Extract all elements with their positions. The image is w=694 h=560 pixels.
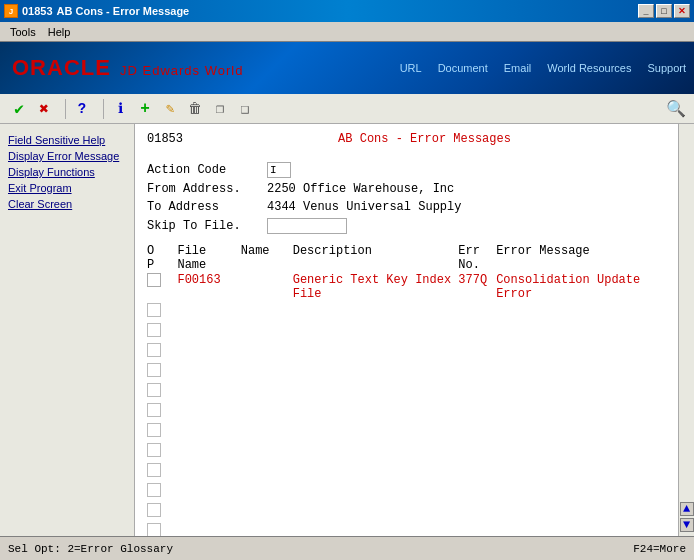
info-button[interactable]: ℹ xyxy=(109,98,131,120)
empty-selector xyxy=(147,463,161,477)
row-selector[interactable] xyxy=(147,273,161,287)
sidebar-item-display-error[interactable]: Display Error Message xyxy=(4,148,130,164)
table-row xyxy=(147,502,666,522)
empty-selector xyxy=(147,443,161,457)
empty-selector xyxy=(147,343,161,357)
table-row xyxy=(147,362,666,382)
nav-url[interactable]: URL xyxy=(400,62,422,74)
program-number: 01853 xyxy=(147,132,183,146)
search-icon[interactable]: 🔍 xyxy=(666,99,686,119)
header-nav: URL Document Email World Resources Suppo… xyxy=(400,62,686,74)
action-code-label: Action Code xyxy=(147,163,267,177)
row-err-no: 377Q xyxy=(458,272,496,302)
empty-selector xyxy=(147,383,161,397)
table-row xyxy=(147,342,666,362)
row-description: Generic Text Key Index File xyxy=(293,272,459,302)
statusbar-right: F24=More xyxy=(633,543,686,555)
scroll-up-button[interactable]: ▲ xyxy=(680,502,694,516)
close-button[interactable]: ✕ xyxy=(674,4,690,18)
paste-button[interactable]: ❑ xyxy=(234,98,256,120)
col-header-name: Name xyxy=(241,244,293,258)
table-row xyxy=(147,462,666,482)
nav-world-resources[interactable]: World Resources xyxy=(547,62,631,74)
empty-selector xyxy=(147,323,161,337)
table-row xyxy=(147,382,666,402)
menu-tools[interactable]: Tools xyxy=(4,24,42,40)
row-p-cell xyxy=(165,272,177,302)
sidebar-item-clear-screen[interactable]: Clear Screen xyxy=(4,196,130,212)
from-address-row: From Address. 2250 Office Warehouse, Inc xyxy=(147,182,666,196)
toolbar: ✔ ✖ ? ℹ + ✎ 🗑 ❐ ❑ 🔍 xyxy=(0,94,694,124)
statusbar-left: Sel Opt: 2=Error Glossary xyxy=(8,543,173,555)
scroll-area: ▲ ▼ xyxy=(678,124,694,536)
empty-selector xyxy=(147,363,161,377)
col-subheader-blank2 xyxy=(241,258,293,272)
table-row xyxy=(147,322,666,342)
check-button[interactable]: ✔ xyxy=(8,98,30,120)
toolbar-sep-2 xyxy=(98,99,104,119)
titlebar: J 01853 AB Cons - Error Message _ □ ✕ xyxy=(0,0,694,22)
col-subheader-blank xyxy=(165,258,177,272)
col-header-description: Description xyxy=(293,244,459,258)
sidebar-item-display-functions[interactable]: Display Functions xyxy=(4,164,130,180)
table-row xyxy=(147,302,666,322)
empty-selector xyxy=(147,483,161,497)
to-address-label: To Address xyxy=(147,200,267,214)
oracle-header: ORACLE JD Edwards World URL Document Ema… xyxy=(0,42,694,94)
sidebar-item-exit-program[interactable]: Exit Program xyxy=(4,180,130,196)
skip-to-file-row: Skip To File. xyxy=(147,218,666,234)
cancel-button[interactable]: ✖ xyxy=(33,98,55,120)
table-row xyxy=(147,482,666,502)
table-row xyxy=(147,422,666,442)
nav-support[interactable]: Support xyxy=(647,62,686,74)
nav-document[interactable]: Document xyxy=(438,62,488,74)
row-error-message: Consolidation Update Error xyxy=(496,272,666,302)
skip-to-file-label: Skip To File. xyxy=(147,219,267,233)
skip-to-file-input[interactable] xyxy=(267,218,347,234)
nav-email[interactable]: Email xyxy=(504,62,532,74)
content-area: 01853 AB Cons - Error Messages Action Co… xyxy=(135,124,678,536)
titlebar-left: J 01853 AB Cons - Error Message xyxy=(4,4,189,18)
table-row xyxy=(147,402,666,422)
toolbar-sep-1 xyxy=(60,99,66,119)
from-address-value: 2250 Office Warehouse, Inc xyxy=(267,182,454,196)
table-subheader-row: P Name No. xyxy=(147,258,666,272)
to-address-row: To Address 4344 Venus Universal Supply xyxy=(147,200,666,214)
jde-subtitle: JD Edwards World xyxy=(120,63,243,78)
action-code-input[interactable] xyxy=(267,162,291,178)
col-header-errmsg: Error Message xyxy=(496,244,666,258)
col-header-err: Err xyxy=(458,244,496,258)
content-title: AB Cons - Error Messages xyxy=(183,132,666,146)
oracle-logo: ORACLE JD Edwards World xyxy=(12,55,243,81)
oracle-red-text: ORACLE xyxy=(12,55,111,80)
sidebar-item-field-help[interactable]: Field Sensitive Help xyxy=(4,132,130,148)
minimize-button[interactable]: _ xyxy=(638,4,654,18)
table-row xyxy=(147,522,666,536)
oracle-brand: ORACLE JD Edwards World xyxy=(12,55,243,81)
scroll-down-button[interactable]: ▼ xyxy=(680,518,694,532)
menubar: Tools Help xyxy=(0,22,694,42)
empty-selector xyxy=(147,523,161,536)
titlebar-buttons: _ □ ✕ xyxy=(638,4,690,18)
row-selector-cell xyxy=(147,272,165,302)
delete-button[interactable]: 🗑 xyxy=(184,98,206,120)
help-button[interactable]: ? xyxy=(71,98,93,120)
add-button[interactable]: + xyxy=(134,98,156,120)
table-row: F00163 Generic Text Key Index File 377Q … xyxy=(147,272,666,302)
from-address-label: From Address. xyxy=(147,182,267,196)
col-subheader-errmsg2 xyxy=(496,258,666,272)
col-subheader-blank3 xyxy=(293,258,459,272)
edit-button[interactable]: ✎ xyxy=(159,98,181,120)
empty-selector xyxy=(147,503,161,517)
data-table: O File Name Description Err Error Messag… xyxy=(147,244,666,536)
to-address-value: 4344 Venus Universal Supply xyxy=(267,200,461,214)
action-code-row: Action Code xyxy=(147,162,666,178)
col-subheader-no: No. xyxy=(458,258,496,272)
titlebar-title: AB Cons - Error Message xyxy=(57,5,190,17)
table-row xyxy=(147,442,666,462)
sidebar: Field Sensitive Help Display Error Messa… xyxy=(0,124,135,536)
maximize-button[interactable]: □ xyxy=(656,4,672,18)
menu-help[interactable]: Help xyxy=(42,24,77,40)
copy-button[interactable]: ❐ xyxy=(209,98,231,120)
row-name xyxy=(241,272,293,302)
